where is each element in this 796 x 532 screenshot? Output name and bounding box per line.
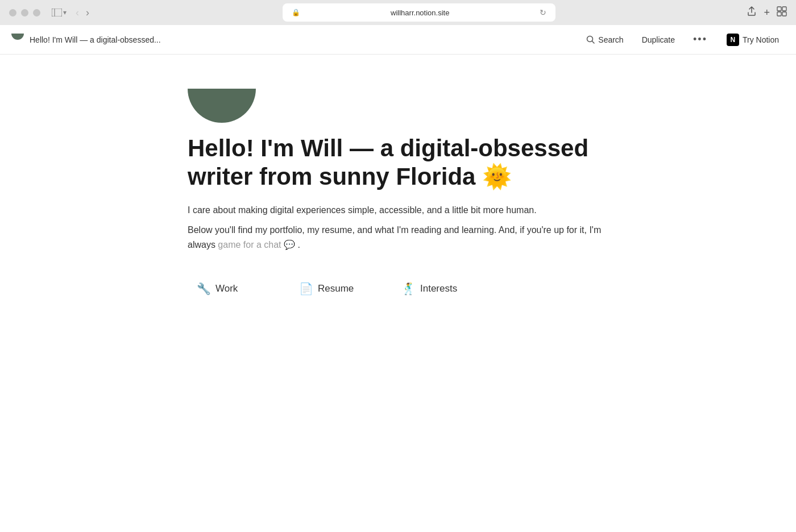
traffic-light-maximize[interactable] [33, 9, 40, 16]
title-bar: ▾ ‹ › 🔒 willharr.notion.site ↻ + [0, 0, 796, 25]
interests-icon: 🕺 [401, 282, 416, 296]
sidebar-toggle[interactable]: ▾ [52, 9, 67, 16]
duplicate-label: Duplicate [642, 35, 675, 44]
page-content: Hello! I'm Will — a digital-obsessed wri… [0, 55, 796, 532]
address-bar[interactable]: 🔒 willharr.notion.site ↻ [283, 3, 555, 22]
forward-button[interactable]: › [84, 6, 92, 20]
content-wrapper: Hello! I'm Will — a digital-obsessed wri… [142, 89, 654, 302]
nav-card-work[interactable]: 🔧 Work [188, 275, 290, 302]
hero-subtitle-2: Below you'll find my portfolio, my resum… [188, 223, 608, 252]
svg-rect-2 [777, 7, 781, 11]
duplicate-button[interactable]: Duplicate [637, 32, 679, 48]
chat-link[interactable]: game for a chat 💬 [218, 240, 297, 250]
chevron-down-icon: ▾ [63, 9, 67, 16]
url-text: willharr.notion.site [305, 9, 535, 17]
semi-circle-large [188, 89, 256, 123]
lock-icon: 🔒 [292, 9, 300, 16]
interests-label: Interests [420, 283, 457, 294]
chat-link-text: game for a chat 💬 [218, 240, 295, 250]
address-bar-container: 🔒 willharr.notion.site ↻ [98, 3, 740, 22]
grid-button[interactable] [777, 6, 787, 19]
subtitle-2-after: . [297, 240, 300, 250]
add-tab-button[interactable]: + [764, 7, 770, 19]
browser-chrome: ▾ ‹ › 🔒 willharr.notion.site ↻ + [0, 0, 796, 25]
nav-cards: 🔧 Work 📄 Resume 🕺 Interests [188, 275, 608, 302]
more-icon: ••• [693, 34, 707, 45]
work-icon: 🔧 [197, 282, 211, 296]
svg-line-7 [592, 41, 595, 44]
svg-rect-3 [782, 7, 786, 11]
nav-card-resume[interactable]: 📄 Resume [290, 275, 392, 302]
page-title-bar: Hello! I'm Will — a digital-obsessed... [30, 35, 161, 44]
work-label: Work [215, 283, 238, 294]
reload-button[interactable]: ↻ [540, 8, 546, 17]
toolbar-right: Search Duplicate ••• N Try Notion [582, 30, 785, 49]
resume-label: Resume [318, 283, 354, 294]
hero-icon [188, 89, 608, 123]
try-notion-button[interactable]: N Try Notion [721, 30, 785, 49]
browser-actions: + [747, 6, 787, 19]
page-icon-small [11, 34, 24, 46]
resume-icon: 📄 [299, 282, 313, 296]
traffic-lights [9, 9, 40, 16]
svg-rect-0 [52, 9, 62, 16]
more-button[interactable]: ••• [689, 30, 712, 49]
hero-subtitle-1: I care about making digital experiences … [188, 203, 608, 218]
svg-rect-5 [782, 12, 786, 16]
search-button[interactable]: Search [582, 32, 628, 48]
toolbar-left: Hello! I'm Will — a digital-obsessed... [11, 34, 161, 46]
notion-logo-icon: N [727, 34, 739, 46]
traffic-light-minimize[interactable] [21, 9, 28, 16]
search-label: Search [598, 35, 623, 44]
share-button[interactable] [747, 6, 757, 19]
notion-toolbar: Hello! I'm Will — a digital-obsessed... … [0, 25, 796, 55]
try-notion-label: Try Notion [743, 35, 779, 44]
hero-heading: Hello! I'm Will — a digital-obsessed wri… [188, 134, 608, 192]
svg-rect-4 [777, 12, 781, 16]
back-button[interactable]: ‹ [73, 6, 81, 20]
nav-arrows: ‹ › [73, 6, 92, 20]
traffic-light-close[interactable] [9, 9, 16, 16]
semi-circle-small [11, 34, 24, 40]
nav-card-interests[interactable]: 🕺 Interests [392, 275, 495, 302]
